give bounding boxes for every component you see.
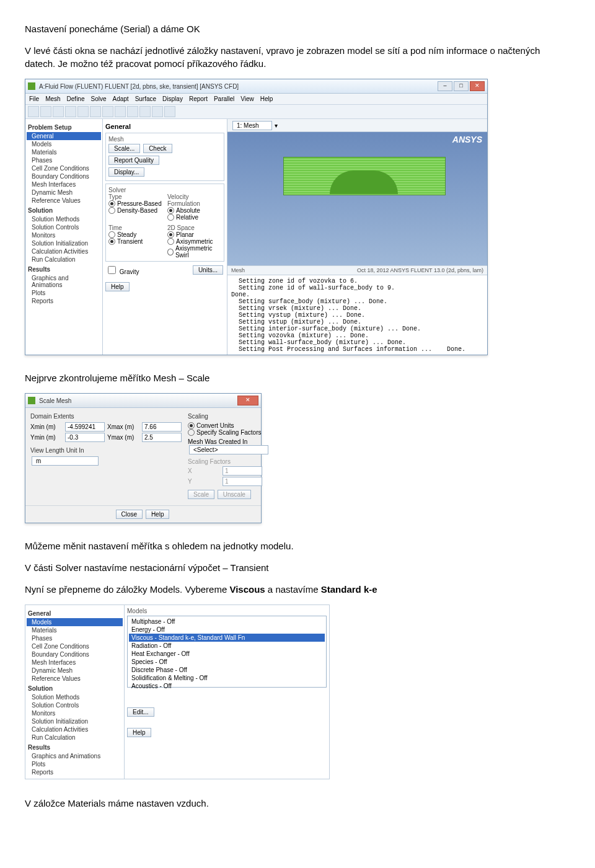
nav-item[interactable]: Run Calculation <box>27 255 101 264</box>
list-item[interactable]: Radiation - Off <box>129 642 325 650</box>
nav-item[interactable]: Phases <box>27 634 123 642</box>
tool-icon[interactable] <box>139 106 151 117</box>
nav-item[interactable]: Mesh Interfaces <box>27 658 123 666</box>
menu-item[interactable]: Help <box>260 95 273 102</box>
view-select[interactable]: 1: Mesh <box>232 121 272 130</box>
list-item[interactable]: Acoustics - Off <box>129 682 325 690</box>
models-listbox[interactable]: Multiphase - Off Energy - Off Viscous - … <box>127 616 327 688</box>
nav-item[interactable]: Reference Values <box>27 675 123 683</box>
menu-item[interactable]: Report <box>189 95 208 102</box>
nav-item[interactable]: Monitors <box>27 709 123 717</box>
display-button[interactable]: Display... <box>108 167 144 177</box>
menu-item[interactable]: Solve <box>90 95 106 102</box>
nav-item[interactable]: Graphics and Animations <box>27 752 123 760</box>
tool-icon[interactable] <box>65 106 76 117</box>
view-unit-select[interactable]: m <box>32 456 99 466</box>
list-item[interactable]: Species - Off <box>129 658 325 666</box>
radio-relative[interactable]: Relative <box>167 214 221 221</box>
help-button[interactable]: Help <box>127 728 151 737</box>
scale-button[interactable]: Scale... <box>108 144 140 153</box>
text-console[interactable]: Setting zone id of vozovka to 6. Setting… <box>227 275 487 355</box>
nav-item[interactable]: Dynamic Mesh <box>27 188 101 197</box>
menu-item[interactable]: Mesh <box>45 95 60 102</box>
nav-item[interactable]: Plots <box>27 760 123 768</box>
nav-item[interactable]: Solution Controls <box>27 223 101 231</box>
check-button[interactable]: Check <box>143 144 172 153</box>
nav-item[interactable]: Calculation Activities <box>27 725 123 733</box>
radio-steady[interactable]: Steady <box>108 231 162 238</box>
close-button[interactable]: ✕ <box>470 81 485 91</box>
nav-item[interactable]: Calculation Activities <box>27 247 101 255</box>
nav-item[interactable]: Reports <box>27 768 123 776</box>
menu-item[interactable]: File <box>29 95 39 102</box>
radio-axisym[interactable]: Axisymmetric <box>167 238 221 245</box>
nav-item[interactable]: Solution Methods <box>27 693 123 701</box>
tool-icon[interactable] <box>77 106 89 117</box>
tool-icon[interactable] <box>164 106 175 117</box>
tool-icon[interactable] <box>28 106 39 117</box>
nav-item[interactable]: Run Calculation <box>27 733 123 742</box>
tool-icon[interactable] <box>152 106 163 117</box>
menu-item[interactable]: Surface <box>135 95 156 102</box>
tool-icon[interactable] <box>53 106 64 117</box>
created-in-select[interactable]: <Select> <box>189 445 268 454</box>
nav-item-models[interactable]: Models <box>27 618 123 626</box>
list-item[interactable]: Heat Exchanger - Off <box>129 650 325 658</box>
list-item[interactable]: Discrete Phase - Off <box>129 666 325 674</box>
ymin-input[interactable]: -0.3 <box>65 433 105 442</box>
edit-button[interactable]: Edit... <box>127 707 154 717</box>
help-button[interactable]: Help <box>105 282 130 291</box>
maximize-button[interactable]: □ <box>454 81 469 91</box>
tool-icon[interactable] <box>90 106 101 117</box>
tool-icon[interactable] <box>102 106 113 117</box>
nav-item[interactable]: Graphics and Animations <box>27 274 101 289</box>
menu-item[interactable]: Define <box>67 95 85 102</box>
radio-absolute[interactable]: Absolute <box>167 207 221 214</box>
menu-item[interactable]: Parallel <box>214 95 234 102</box>
nav-item[interactable]: Reports <box>27 297 101 305</box>
nav-item[interactable]: Models <box>27 140 101 148</box>
tool-icon[interactable] <box>115 106 126 117</box>
nav-item[interactable]: Cell Zone Conditions <box>27 642 123 650</box>
ymax-input[interactable]: 2.5 <box>142 433 182 442</box>
close-button[interactable]: ✕ <box>237 396 258 405</box>
units-button[interactable]: Units... <box>193 265 223 275</box>
nav-item[interactable]: Plots <box>27 289 101 297</box>
nav-item[interactable]: Solution Initialization <box>27 717 123 725</box>
radio-axisym-swirl[interactable]: Axisymmetric Swirl <box>167 245 221 259</box>
xmin-input[interactable]: -4.599241 <box>65 422 105 432</box>
radio-convert-units[interactable]: Convert Units <box>188 422 270 429</box>
menu-item[interactable]: View <box>240 95 254 102</box>
nav-item[interactable]: Mesh Interfaces <box>27 180 101 188</box>
list-item-viscous[interactable]: Viscous - Standard k-e, Standard Wall Fn <box>129 634 325 642</box>
nav-item[interactable]: Cell Zone Conditions <box>27 164 101 172</box>
minimize-button[interactable]: – <box>438 81 452 91</box>
radio-planar[interactable]: Planar <box>167 231 221 238</box>
nav-item[interactable]: Solution Initialization <box>27 239 101 247</box>
graphics-viewport[interactable]: ANSYS <box>227 132 487 265</box>
report-quality-button[interactable]: Report Quality <box>108 156 159 165</box>
radio-pressure-based[interactable]: Pressure-Based <box>108 200 162 207</box>
tool-icon[interactable] <box>127 106 138 117</box>
tool-icon[interactable] <box>40 106 51 117</box>
list-item[interactable]: Solidification & Melting - Off <box>129 674 325 682</box>
radio-specify-factors[interactable]: Specify Scaling Factors <box>188 429 270 436</box>
nav-item-general[interactable]: General <box>27 132 101 140</box>
close-button[interactable]: Close <box>116 510 143 519</box>
list-item[interactable]: Multiphase - Off <box>129 618 325 626</box>
nav-item[interactable]: Dynamic Mesh <box>27 666 123 675</box>
menu-item[interactable]: Adapt <box>113 95 129 102</box>
nav-item[interactable]: Boundary Conditions <box>27 650 123 658</box>
nav-item[interactable]: Solution Methods <box>27 215 101 223</box>
gravity-checkbox[interactable]: Gravity <box>105 264 139 276</box>
nav-item[interactable]: Reference Values <box>27 197 101 205</box>
menu-item[interactable]: Display <box>162 95 183 102</box>
nav-item[interactable]: Materials <box>27 626 123 634</box>
nav-item[interactable]: Materials <box>27 148 101 156</box>
radio-density-based[interactable]: Density-Based <box>108 207 162 214</box>
nav-item[interactable]: Phases <box>27 156 101 164</box>
help-button[interactable]: Help <box>146 510 170 519</box>
nav-item[interactable]: Solution Controls <box>27 701 123 709</box>
radio-transient[interactable]: Transient <box>108 238 162 245</box>
nav-item[interactable]: Boundary Conditions <box>27 172 101 180</box>
